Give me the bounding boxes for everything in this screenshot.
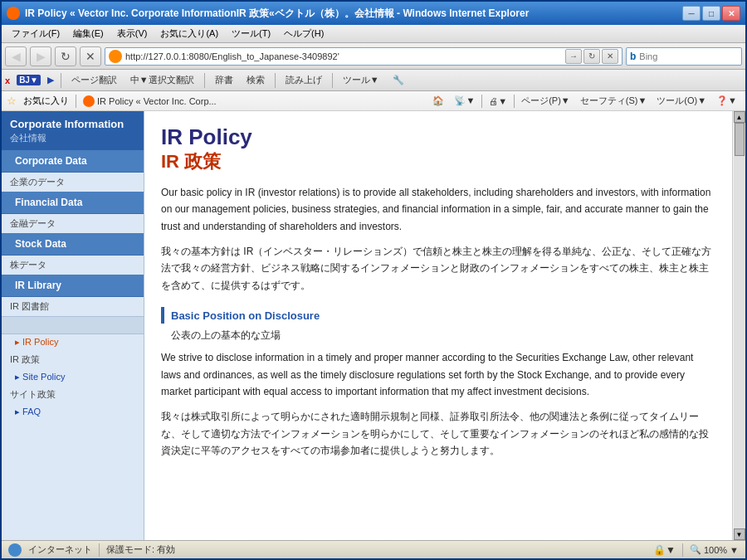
stop-button[interactable]: ✕ [80,46,101,66]
sidebar-header-ja: 会社情報 [10,132,135,144]
content-paragraph-1-ja: 我々の基本方針は IR（インベスター・リレーションズ）で信頼と株主と株主の理解を… [161,243,715,294]
content-paragraph-2-ja: 我々は株式取引所によって明らかにされた適時開示規制と同様、証券取引所法令、他の関… [161,408,715,459]
section-1-heading-en: Basic Position on Disclosure [171,309,320,322]
menu-bar: ファイル(F) 編集(E) 表示(V) お気に入り(A) ツール(T) ヘルプ(… [2,25,745,43]
window-controls: ─ □ ✕ [682,6,740,21]
bing-logo: b [630,51,636,62]
page-title-en: IR Policy [161,124,715,150]
play-button[interactable]: ▶ [47,75,54,85]
sidebar-link-ir-policy[interactable]: ▸ IR Policy [2,334,144,350]
tools-menu-button[interactable]: ツール(O)▼ [653,94,710,108]
help-menu-button[interactable]: ❓▼ [713,95,740,107]
sidebar-item-ir-library[interactable]: IR Library [2,275,144,297]
go-button[interactable]: → [565,49,582,64]
title-bar: IR Policy « Vector Inc. Corporate Inform… [2,2,745,25]
menu-help[interactable]: ヘルプ(H) [279,26,329,41]
star-icon: ☆ [7,95,17,107]
address-controls: → ↻ ✕ [565,49,618,64]
menu-edit[interactable]: 編集(E) [68,26,109,41]
status-divider-1 [99,543,100,557]
sidebar-header: Corporate Information 会社情報 [2,111,144,150]
navigation-bar: ◀ ▶ ↻ ✕ → ↻ ✕ b 🔍 [2,43,745,70]
bookmark-item-1[interactable]: IR Policy « Vector Inc. Corp... [83,95,217,107]
browser-logo-icon [7,7,20,20]
status-right-area: 🔒▼ 🔍 100% ▼ [653,543,739,557]
back-button[interactable]: ◀ [5,46,27,66]
sidebar-link-site-policy[interactable]: ▸ Site Policy [2,369,144,385]
forward-button[interactable]: ▶ [30,46,51,66]
sidebar-sub-ir-library: IR 図書館 [2,297,144,316]
zoom-label: 100% [704,545,727,555]
main-area: Corporate Information 会社情報 Corporate Dat… [2,111,745,540]
menu-file[interactable]: ファイル(F) [7,26,65,41]
toolbar-divider-2 [204,73,205,88]
sidebar-item-financial-data[interactable]: Financial Data [2,192,144,214]
address-refresh-button[interactable]: ↻ [583,49,600,64]
safety-menu-button[interactable]: セーフティ(S)▼ [577,94,651,108]
translate-selection-button[interactable]: 中▼選択文翻訳 [127,73,198,87]
sidebar-section-divider [2,316,144,334]
sidebar-item-corporate-data[interactable]: Corporate Data [2,150,144,173]
search-button[interactable]: 検索 [243,73,268,87]
sidebar-header-en: Corporate Information [10,118,135,132]
bookmark-favicon [83,95,95,107]
content-paragraph-2-en: We strive to disclose information in a t… [161,349,715,400]
status-bar: インターネット 保護モード: 有効 🔒▼ 🔍 100% ▼ [2,540,745,558]
menu-tools[interactable]: ツール(T) [227,26,276,41]
status-protection: 保護モード: 有効 [106,543,175,556]
toolbar-divider-3 [275,73,276,88]
search-input[interactable] [639,51,747,61]
read-aloud-button[interactable]: 読み上げ [282,73,325,87]
scroll-thumb[interactable] [735,123,745,156]
toolbar-divider-4 [332,73,333,88]
maximize-button[interactable]: □ [702,6,720,21]
translate-page-button[interactable]: ページ翻訳 [68,73,120,87]
status-internet: インターネット [28,543,92,556]
zoom-control[interactable]: 🔍 100% ▼ [690,544,739,555]
address-stop-button[interactable]: ✕ [602,49,618,64]
page-icon [109,50,122,63]
search-bar: b 🔍 [626,47,742,66]
address-bar-container: → ↻ ✕ [105,47,622,66]
scroll-up-button[interactable]: ▲ [734,111,745,123]
favorites-label[interactable]: お気に入り [23,95,69,107]
dictionary-button[interactable]: 辞書 [212,73,237,87]
page-menu-button[interactable]: ページ(P)▼ [518,94,574,108]
bookmarks-bar: ☆ お気に入り IR Policy « Vector Inc. Corp... … [2,91,745,111]
address-input[interactable] [125,51,565,61]
tools-icon[interactable]: 🔧 [389,74,408,86]
sidebar-item-stock-data[interactable]: Stock Data [2,233,144,256]
sidebar-sub-site-policy: サイト政策 [2,385,144,404]
scroll-track [734,123,745,528]
bookmarks-divider [76,95,76,108]
page-controls: 🏠 📡▼ 🖨▼ ページ(P)▼ セーフティ(S)▼ ツール(O)▼ ❓▼ [429,94,740,108]
lang-selector[interactable]: BJ▼ [17,75,41,85]
content-area: IR Policy IR 政策 Our basic policy in IR (… [144,111,732,540]
home-button[interactable]: 🏠 [429,95,447,107]
sidebar-sub-corporate-data: 企業のデータ [2,173,144,192]
status-divider-2 [682,543,683,557]
sidebar: Corporate Information 会社情報 Corporate Dat… [2,111,144,540]
sidebar-sub-financial-data: 金融データ [2,214,144,233]
translator-toolbar: x BJ▼ ▶ ページ翻訳 中▼選択文翻訳 辞書 検索 読み上げ ツール▼ 🔧 [2,70,745,91]
close-button[interactable]: ✕ [722,6,740,21]
rss-button[interactable]: 📡▼ [451,95,478,107]
sidebar-sub-ir-policy: IR 政策 [2,350,144,369]
menu-view[interactable]: 表示(V) [112,26,153,41]
tools-button[interactable]: ツール▼ [339,73,383,87]
refresh-button[interactable]: ↻ [55,46,76,66]
toolbar-divider-1 [61,73,61,88]
sidebar-sub-stock-data: 株データ [2,256,144,275]
section-bar-icon [161,307,164,324]
zoom-icon: 🔍 [690,544,701,555]
print-button[interactable]: 🖨▼ [486,95,510,107]
menu-favorites[interactable]: お気に入り(A) [155,26,223,41]
section-1-heading-ja: 公表の上の基本的な立場 [171,329,715,343]
sidebar-link-faq[interactable]: ▸ FAQ [2,404,144,420]
minimize-button[interactable]: ─ [682,6,701,21]
ctrl-divider-1 [481,95,482,108]
section-1-heading: Basic Position on Disclosure [161,307,715,324]
window-title: IR Policy « Vector Inc. Corporate Inform… [25,7,682,21]
close-x-icon[interactable]: x [5,75,10,85]
scroll-down-button[interactable]: ▼ [734,528,745,540]
